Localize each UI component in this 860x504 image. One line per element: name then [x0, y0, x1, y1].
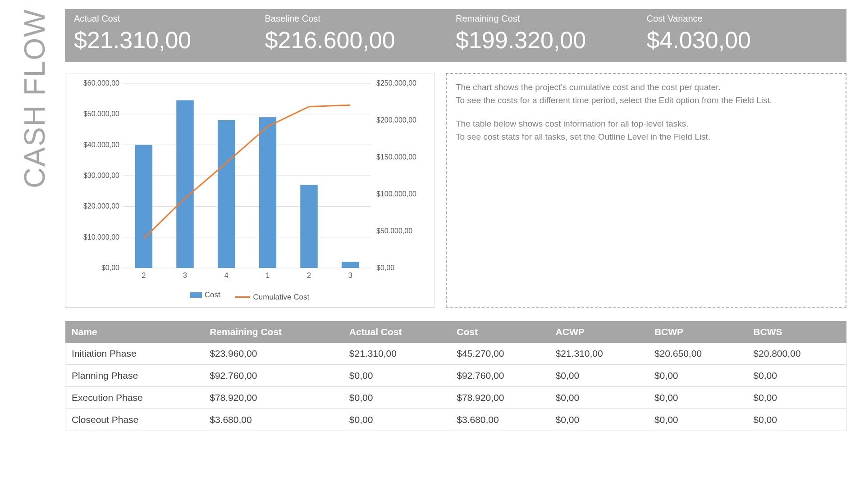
svg-text:3: 3 — [348, 272, 352, 279]
svg-rect-20 — [135, 145, 153, 268]
legend-cumulative: Cumulative Cost — [235, 293, 309, 302]
svg-rect-24 — [218, 120, 235, 268]
table-cell: $0,00 — [343, 386, 450, 409]
svg-text:$250.000,00: $250.000,00 — [376, 79, 416, 87]
svg-text:$150.000,00: $150.000,00 — [376, 153, 416, 161]
svg-text:$10.000,00: $10.000,00 — [83, 233, 119, 241]
svg-rect-22 — [176, 100, 194, 268]
table-header-cell: Name — [65, 321, 204, 343]
svg-text:$30.000,00: $30.000,00 — [83, 172, 119, 179]
chart-legend: Cost Cumulative Cost — [73, 291, 426, 302]
table-cell: $0,00 — [549, 409, 648, 431]
table-cell: $3.680,00 — [203, 409, 343, 431]
table-cell: $45.270,00 — [450, 343, 549, 365]
svg-text:3: 3 — [183, 272, 187, 279]
legend-label: Cumulative Cost — [253, 293, 309, 302]
table-row: Execution Phase$78.920,00$0,00$78.920,00… — [65, 386, 846, 409]
table-cell: $92.760,00 — [450, 364, 549, 386]
table-header-cell: Actual Cost — [343, 321, 450, 343]
table-cell: $23.960,00 — [203, 343, 343, 365]
table-cell: $0,00 — [747, 386, 846, 409]
table-header-cell: Remaining Cost — [203, 321, 343, 343]
table-cell: $78.920,00 — [203, 386, 343, 409]
table-cell: Initiation Phase — [65, 343, 204, 365]
table-cell: $0,00 — [343, 409, 450, 431]
cash-flow-chart: $0,00$10.000,00$20.000,00$30.000,00$40.0… — [65, 73, 435, 308]
svg-text:$20.000,00: $20.000,00 — [83, 202, 119, 210]
metric-baseline-cost: Baseline Cost $216.600,00 — [265, 14, 456, 54]
legend-label: Cost — [205, 291, 220, 300]
table-cell: $78.920,00 — [450, 386, 549, 409]
svg-text:2: 2 — [307, 272, 311, 279]
svg-text:$0,00: $0,00 — [376, 264, 394, 272]
table-cell: $3.680,00 — [450, 409, 549, 431]
metrics-bar: Actual Cost $21.310,00 Baseline Cost $21… — [65, 9, 846, 62]
metric-label: Baseline Cost — [265, 14, 456, 24]
table-cell: $0,00 — [648, 386, 747, 409]
table-cell: $0,00 — [747, 364, 846, 386]
page-title: CASH FLOW — [14, 9, 51, 198]
table-cell: $21.310,00 — [343, 343, 450, 365]
legend-line-icon — [235, 296, 250, 298]
svg-text:$200.000,00: $200.000,00 — [376, 116, 416, 124]
svg-text:4: 4 — [224, 272, 229, 279]
description-text: The table below shows cost information f… — [456, 118, 837, 131]
metric-actual-cost: Actual Cost $21.310,00 — [74, 14, 265, 54]
svg-text:$0,00: $0,00 — [101, 264, 119, 272]
svg-rect-26 — [259, 117, 277, 268]
metric-label: Remaining Cost — [456, 14, 647, 24]
table-cell: Planning Phase — [65, 364, 204, 386]
table-header-cell: BCWS — [747, 321, 846, 343]
metric-value: $21.310,00 — [74, 27, 265, 54]
cost-table: NameRemaining CostActual CostCostACWPBCW… — [65, 321, 846, 431]
table-cell: $0,00 — [549, 364, 648, 386]
svg-text:$50.000,00: $50.000,00 — [376, 227, 412, 235]
table-cell: $0,00 — [747, 409, 846, 431]
table-cell: $20.800,00 — [747, 343, 846, 365]
metric-label: Cost Variance — [647, 14, 838, 24]
table-cell: Execution Phase — [65, 386, 204, 409]
svg-text:$40.000,00: $40.000,00 — [83, 141, 119, 149]
metric-cost-variance: Cost Variance $4.030,00 — [647, 14, 838, 54]
svg-text:$60.000,00: $60.000,00 — [83, 79, 119, 87]
table-row: Initiation Phase$23.960,00$21.310,00$45.… — [65, 343, 846, 365]
metric-value: $199.320,00 — [456, 27, 647, 54]
svg-text:$100.000,00: $100.000,00 — [376, 190, 416, 198]
svg-text:$50.000,00: $50.000,00 — [83, 110, 119, 118]
metric-value: $4.030,00 — [647, 27, 838, 54]
description-panel: The chart shows the project's cumulative… — [446, 73, 846, 308]
svg-rect-28 — [300, 185, 318, 268]
metric-label: Actual Cost — [74, 14, 265, 24]
description-text: To see cost stats for all tasks, set the… — [456, 131, 837, 144]
svg-text:1: 1 — [265, 272, 270, 279]
table-cell: $0,00 — [648, 409, 747, 431]
table-cell: Closeout Phase — [65, 409, 204, 431]
table-cell: $0,00 — [549, 386, 648, 409]
svg-rect-30 — [342, 262, 359, 268]
table-row: Closeout Phase$3.680,00$0,00$3.680,00$0,… — [65, 409, 846, 431]
table-cell: $0,00 — [648, 364, 747, 386]
table-cell: $20.650,00 — [648, 343, 747, 365]
svg-text:2: 2 — [142, 272, 146, 279]
table-header-cell: Cost — [450, 321, 549, 343]
metric-remaining-cost: Remaining Cost $199.320,00 — [456, 14, 647, 54]
table-header-row: NameRemaining CostActual CostCostACWPBCW… — [65, 321, 846, 343]
table-cell: $92.760,00 — [203, 364, 343, 386]
legend-cost: Cost — [190, 291, 220, 300]
description-text: To see the costs for a different time pe… — [456, 94, 837, 107]
description-text: The chart shows the project's cumulative… — [456, 81, 837, 94]
table-header-cell: ACWP — [549, 321, 648, 343]
metric-value: $216.600,00 — [265, 27, 456, 54]
table-cell: $21.310,00 — [549, 343, 648, 365]
legend-swatch-icon — [190, 292, 202, 298]
table-cell: $0,00 — [343, 364, 450, 386]
table-header-cell: BCWP — [648, 321, 747, 343]
table-row: Planning Phase$92.760,00$0,00$92.760,00$… — [65, 364, 846, 386]
chart-canvas: $0,00$10.000,00$20.000,00$30.000,00$40.0… — [73, 79, 425, 286]
